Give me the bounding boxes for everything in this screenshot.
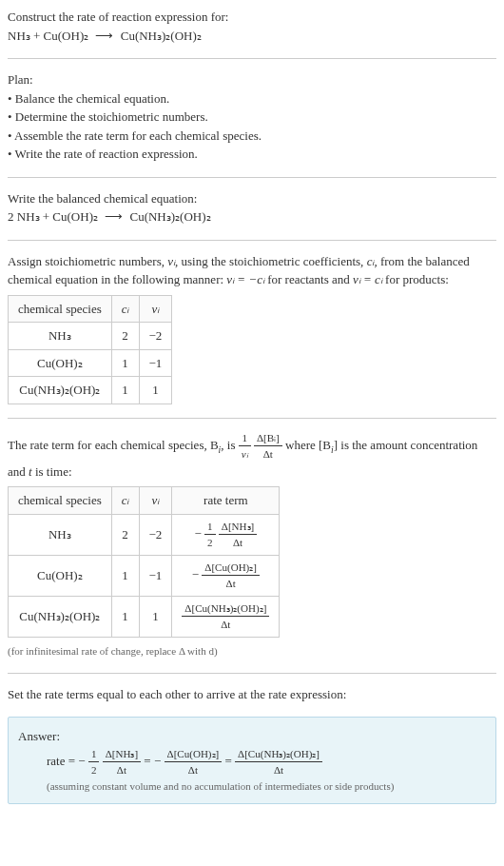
prompt-text: Construct the rate of reaction expressio… — [8, 8, 496, 27]
cell-rate: − 12 Δ[NH₃]Δt — [172, 514, 280, 555]
rate-table: chemical species cᵢ νᵢ rate term NH₃ 2 −… — [8, 486, 280, 638]
frac-delta: Δ[NH₃]Δt — [103, 746, 141, 778]
den: Δt — [182, 617, 269, 633]
cell-nui: −1 — [139, 555, 172, 596]
divider — [8, 673, 496, 674]
frac-delta: Δ[Cu(NH₃)₂(OH)₂]Δt — [182, 600, 269, 633]
den: 2 — [88, 762, 100, 778]
text: , using the stoichiometric coefficients, — [175, 254, 367, 268]
rate-label: rate = — [47, 754, 78, 768]
cell-nui: −2 — [139, 514, 172, 555]
plan-step: Assemble the rate term for each chemical… — [8, 127, 496, 146]
nu-i: νᵢ — [167, 254, 175, 268]
cell-nui: −2 — [139, 323, 172, 350]
infinitesimal-note: (for infinitesimal rate of change, repla… — [8, 643, 496, 659]
eq-lhs: NH₃ + Cu(OH)₂ — [8, 29, 88, 43]
assign-section: Assign stoichiometric numbers, νᵢ, using… — [8, 252, 496, 404]
num: Δ[Cu(NH₃)₂(OH)₂] — [235, 746, 322, 763]
sign: − — [154, 754, 161, 768]
rateterm-section: The rate term for each chemical species,… — [8, 430, 496, 659]
eq-lhs: 2 NH₃ + Cu(OH)₂ — [8, 209, 98, 224]
col-ci: cᵢ — [111, 487, 139, 515]
den: Δt — [165, 762, 223, 778]
text: for reactants and — [264, 272, 353, 286]
text: The rate term for each chemical species,… — [8, 438, 219, 452]
cell-ci: 1 — [111, 349, 139, 377]
table-row: NH₃ 2 −2 — [9, 323, 172, 350]
eq-rhs: Cu(NH₃)₂(OH)₂ — [121, 29, 202, 43]
den: Δt — [235, 762, 322, 778]
answer-label: Answer: — [18, 727, 486, 746]
cell-nui: 1 — [139, 596, 172, 637]
prompt-section: Construct the rate of reaction expressio… — [8, 8, 496, 45]
text: is time: — [32, 464, 72, 479]
num: Δ[NH₃] — [219, 519, 257, 536]
divider — [8, 58, 496, 59]
cell-nui: 1 — [139, 377, 172, 404]
frac-coef: 1νᵢ — [239, 430, 251, 463]
reaction-arrow: ⟶ — [95, 29, 113, 43]
cell-ci: 1 — [111, 555, 139, 596]
num: Δ[Cu(OH)₂] — [165, 746, 223, 763]
reaction-arrow: ⟶ — [105, 209, 123, 224]
divider — [8, 240, 496, 241]
table-row: Cu(OH)₂ 1 −1 − Δ[Cu(OH)₂]Δt — [9, 555, 280, 596]
frac-delta: Δ[NH₃]Δt — [219, 519, 257, 551]
num: Δ[Bᵢ] — [254, 430, 282, 447]
frac-delta: Δ[Cu(OH)₂]Δt — [202, 560, 260, 592]
num: 1 — [204, 519, 216, 536]
den: Δt — [219, 535, 257, 551]
answer-box: Answer: rate = − 12 Δ[NH₃]Δt = − Δ[Cu(OH… — [8, 717, 496, 804]
cell-species: NH₃ — [9, 323, 112, 350]
cell-ci: 1 — [111, 377, 139, 404]
cell-ci: 1 — [111, 596, 139, 637]
rule-products: νᵢ = cᵢ — [353, 272, 382, 286]
final-section: Set the rate terms equal to each other t… — [8, 685, 496, 704]
plan-step: Write the rate of reaction expression. — [8, 145, 496, 164]
plan-step: Determine the stoichiometric numbers. — [8, 108, 496, 127]
table-row: Cu(NH₃)₂(OH)₂ 1 1 — [9, 377, 172, 404]
num: 1 — [239, 430, 251, 447]
rateterm-text: The rate term for each chemical species,… — [8, 430, 496, 482]
divider — [8, 418, 496, 419]
rule-reactants: νᵢ = −cᵢ — [226, 272, 264, 286]
eq-rhs: Cu(NH₃)₂(OH)₂ — [129, 209, 210, 224]
final-title: Set the rate terms equal to each other t… — [8, 685, 496, 704]
text: , is — [221, 438, 238, 452]
den: Δt — [103, 762, 141, 778]
den: Δt — [202, 576, 260, 592]
equals: = — [144, 754, 154, 768]
text: where [B — [285, 438, 331, 452]
frac-coef: 12 — [204, 519, 216, 551]
balanced-equation: 2 NH₃ + Cu(OH)₂ ⟶ Cu(NH₃)₂(OH)₂ — [8, 207, 496, 226]
table-header-row: chemical species cᵢ νᵢ — [9, 295, 172, 323]
balanced-title: Write the balanced chemical equation: — [8, 189, 496, 208]
col-ci: cᵢ — [111, 295, 139, 323]
equals: = — [224, 754, 235, 768]
cell-species: NH₃ — [9, 514, 112, 555]
frac-delta: Δ[Cu(OH)₂]Δt — [165, 746, 223, 778]
assign-text: Assign stoichiometric numbers, νᵢ, using… — [8, 252, 496, 289]
den: νᵢ — [239, 446, 251, 463]
sign: − — [192, 567, 199, 581]
answer-assumption: (assuming constant volume and no accumul… — [18, 778, 486, 795]
table-header-row: chemical species cᵢ νᵢ rate term — [9, 487, 280, 515]
plan-section: Plan: Balance the chemical equation. Det… — [8, 70, 496, 164]
cell-species: Cu(NH₃)₂(OH)₂ — [9, 596, 112, 637]
cell-species: Cu(NH₃)₂(OH)₂ — [9, 377, 112, 404]
balanced-section: Write the balanced chemical equation: 2 … — [8, 189, 496, 226]
plan-title: Plan: — [8, 70, 496, 89]
text: for products: — [382, 272, 449, 286]
num: Δ[Cu(NH₃)₂(OH)₂] — [182, 600, 269, 618]
cell-species: Cu(OH)₂ — [9, 349, 112, 377]
plan-step: Balance the chemical equation. — [8, 89, 496, 108]
cell-ci: 2 — [111, 514, 139, 555]
cell-nui: −1 — [139, 349, 172, 377]
col-species: chemical species — [9, 487, 112, 515]
stoich-table: chemical species cᵢ νᵢ NH₃ 2 −2 Cu(OH)₂ … — [8, 295, 172, 404]
col-nui: νᵢ — [139, 295, 172, 323]
col-nui: νᵢ — [139, 487, 172, 515]
divider — [8, 177, 496, 178]
sign: − — [194, 526, 201, 541]
num: Δ[Cu(OH)₂] — [202, 560, 260, 577]
